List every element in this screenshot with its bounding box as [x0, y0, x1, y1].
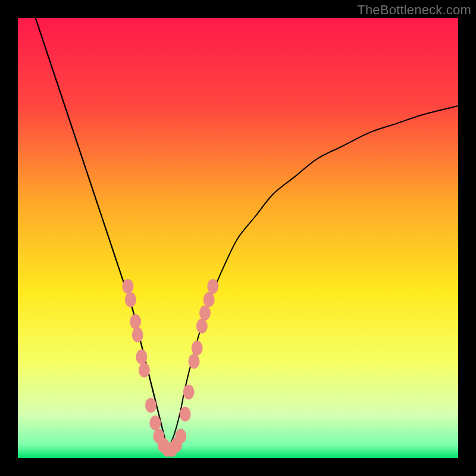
marker-dot — [183, 385, 195, 400]
marker-dot — [180, 407, 191, 422]
marker-dot — [136, 349, 147, 364]
marker-dot — [123, 279, 134, 294]
marker-dot — [149, 415, 161, 430]
marker-dot — [189, 354, 200, 369]
marker-dot — [139, 363, 150, 378]
plot-area — [18, 18, 458, 458]
marker-dot — [199, 305, 211, 320]
marker-dot — [132, 327, 143, 342]
marker-dot — [145, 398, 156, 413]
marker-dot — [130, 314, 141, 329]
outer-frame: TheBottleneck.com — [0, 0, 476, 476]
chart-svg — [18, 18, 458, 458]
marker-dot — [203, 292, 215, 307]
marker-dot — [175, 429, 186, 444]
marker-dot — [125, 292, 136, 307]
marker-dot — [196, 319, 208, 334]
marker-dot — [192, 341, 203, 356]
marker-group — [123, 279, 219, 457]
curve-left — [36, 18, 168, 449]
marker-dot — [207, 279, 218, 294]
watermark-text: TheBottleneck.com — [357, 2, 471, 18]
curve-right — [168, 106, 458, 449]
